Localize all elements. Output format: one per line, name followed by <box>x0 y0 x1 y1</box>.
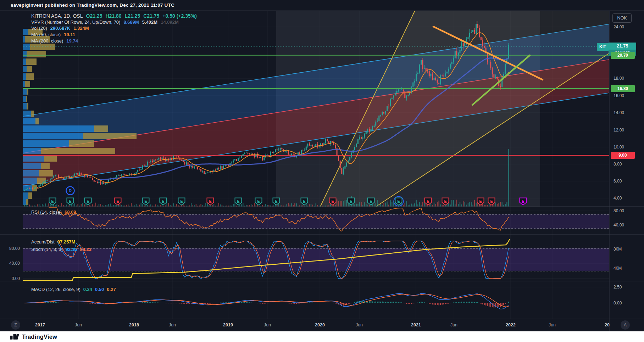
earnings-icon: E <box>475 196 486 207</box>
earnings-badge[interactable]: E <box>346 196 356 207</box>
earnings-badge[interactable]: E <box>440 196 451 207</box>
accum-legend-title: Accum/Dist <box>31 239 55 245</box>
rsi-legend[interactable]: RSI (14, close)68.09 <box>31 209 76 215</box>
stoch-left-tick: 40.00 <box>0 261 20 266</box>
legend-title: Vol (20) <box>31 26 47 31</box>
tradingview-logo-icon[interactable] <box>10 333 19 340</box>
stoch-legend-title: Stoch (14, 3, 3) <box>31 247 63 252</box>
svg-text:E: E <box>397 199 400 203</box>
price-tick: 6.00 <box>614 179 622 184</box>
earnings-badge[interactable]: E <box>233 196 244 207</box>
price-tick: 4.00 <box>614 196 622 201</box>
earnings-badge[interactable]: E <box>486 196 497 207</box>
earnings-icon: E <box>233 196 244 207</box>
legend-value: 5.402M <box>142 19 157 25</box>
svg-text:E: E <box>257 199 260 203</box>
earnings-icon: E <box>176 196 187 207</box>
time-label[interactable]: Jun <box>549 323 556 327</box>
legend-row-2[interactable]: Vol (20)290.687K1.324M <box>31 26 89 31</box>
legend-value: 8.689M <box>123 19 139 25</box>
time-label[interactable]: 2017 <box>35 323 45 327</box>
stoch-left-tick: 80.00 <box>0 246 20 251</box>
earnings-badge[interactable]: E <box>327 196 338 207</box>
time-label[interactable]: 2022 <box>506 323 516 327</box>
time-label[interactable]: 20 <box>605 323 610 327</box>
earnings-icon: E <box>440 196 451 207</box>
time-label[interactable]: 2021 <box>411 323 421 327</box>
price-tick: 80M <box>614 247 622 252</box>
currency-button[interactable]: NOK <box>612 13 632 23</box>
legend-value: 14.092M <box>161 19 179 25</box>
macd-legend-value: 0.50 <box>95 287 104 292</box>
footer-bar: TradingView <box>0 331 644 342</box>
earnings-badge[interactable]: E <box>112 196 123 207</box>
rsi-legend-title: RSI (14, close) <box>31 209 62 215</box>
scroll-right-button[interactable]: A <box>621 320 630 330</box>
legend-title: KITRON ASA, 1D, OSL <box>31 13 83 19</box>
time-label[interactable]: Jun <box>75 323 82 327</box>
time-label[interactable]: 2018 <box>129 323 139 327</box>
price-tick: 10.00 <box>614 145 624 150</box>
time-label[interactable]: Jun <box>264 323 271 327</box>
legend-row-3[interactable]: MA (50, close)19.11 <box>31 32 75 37</box>
svg-text:E: E <box>370 199 372 203</box>
svg-text:E: E <box>69 199 71 203</box>
earnings-badge[interactable]: E <box>253 196 264 207</box>
time-label[interactable]: Jun <box>169 323 176 327</box>
price-level-badge: 16.80 <box>611 85 635 92</box>
earnings-badge[interactable]: E <box>140 196 151 207</box>
reset-zoom-button[interactable]: Z <box>11 320 20 330</box>
legend-title: MA (50, close) <box>31 32 61 37</box>
dividend-badge[interactable]: D <box>65 186 75 196</box>
dividend-icon: D <box>65 186 75 196</box>
accum-legend[interactable]: Accum/Dist97.257M <box>31 239 75 245</box>
svg-text:E: E <box>350 199 352 203</box>
macd-legend[interactable]: MACD (12, 26, close, 9)0.240.500.27 <box>31 287 116 292</box>
price-level-badge: 9.00 <box>611 152 635 159</box>
legend-value: L21.25 <box>125 13 140 19</box>
legend-row-4[interactable]: MA (200, close)19.74 <box>31 38 78 44</box>
price-tick: 12.00 <box>614 128 624 133</box>
time-label[interactable]: Jun <box>356 323 363 327</box>
legend-value: 19.11 <box>64 32 75 37</box>
price-tick: 40M <box>614 266 622 271</box>
earnings-badge[interactable]: E <box>83 196 93 207</box>
time-label[interactable]: 2019 <box>223 323 233 327</box>
stoch-left-tick: 0.00 <box>0 276 20 281</box>
tradingview-published-chart: { "attribution": "savepiginvest publishe… <box>0 0 644 342</box>
time-label[interactable]: 2020 <box>315 323 325 327</box>
svg-text:E: E <box>51 199 54 203</box>
earnings-badge[interactable]: E <box>65 196 76 207</box>
price-tick: 40.00 <box>614 223 624 228</box>
earnings-badge[interactable]: E <box>475 196 486 207</box>
earnings-badge[interactable]: E <box>393 196 404 207</box>
time-label[interactable]: Jun <box>450 323 457 327</box>
earnings-badge[interactable]: E <box>158 196 168 207</box>
rsi-pane <box>23 208 609 231</box>
earnings-badge[interactable]: E <box>366 196 376 207</box>
price-tick: 24.00 <box>614 24 624 29</box>
macd-pane <box>24 293 509 309</box>
svg-text:E: E <box>144 199 147 203</box>
tradingview-wordmark[interactable]: TradingView <box>22 333 57 340</box>
price-tick: 80.00 <box>614 208 624 213</box>
earnings-badge[interactable]: E <box>47 196 58 207</box>
earnings-badge[interactable]: E <box>205 196 216 207</box>
earnings-icon: E <box>393 196 404 207</box>
stoch-legend[interactable]: Stoch (14, 3, 3)92.1584.23 <box>31 247 91 252</box>
earnings-badge[interactable]: E <box>423 196 433 207</box>
earnings-badge[interactable]: E <box>176 196 187 207</box>
macd-legend-title: MACD (12, 26, close, 9) <box>31 287 80 292</box>
legend-value: 290.687K <box>50 26 70 31</box>
earnings-icon: E <box>205 196 216 207</box>
earnings-badge[interactable]: E <box>518 196 528 207</box>
legend-row-0[interactable]: KITRON ASA, 1D, OSLO21.25H21.80L21.25C21… <box>31 13 197 19</box>
legend-row-1[interactable]: VPVR (Number Of Rows, 24, Up/Down, 70)8.… <box>31 19 179 25</box>
earnings-badge[interactable]: E <box>299 196 310 207</box>
earnings-icon: E <box>47 196 58 207</box>
svg-text:E: E <box>490 199 493 203</box>
earnings-badge[interactable]: E <box>271 196 282 207</box>
ticker-symbol-chip: KIT <box>597 43 609 51</box>
svg-text:E: E <box>116 199 119 203</box>
svg-text:E: E <box>331 199 334 203</box>
